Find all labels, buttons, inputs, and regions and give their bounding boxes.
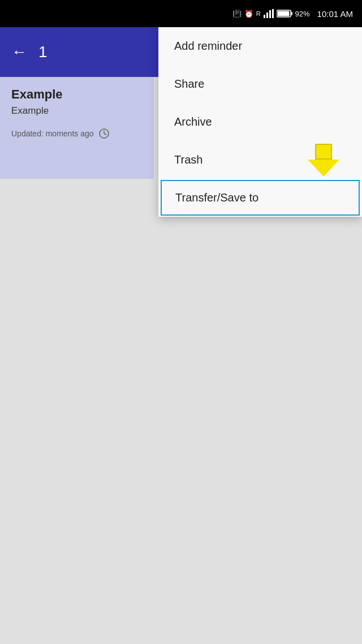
status-bar: 📳 ⏰ R 92% 10:01 AM (0, 0, 362, 27)
menu-item-share[interactable]: Share (158, 65, 362, 103)
battery-percent: 92% (295, 10, 310, 18)
menu-item-transfer-save[interactable]: Transfer/Save to (161, 180, 360, 216)
svg-line-9 (104, 134, 106, 135)
note-title: Example (11, 87, 143, 102)
menu-item-share-label: Share (174, 78, 204, 91)
menu-item-trash[interactable]: Trash (158, 141, 362, 179)
note-subtitle: Example (11, 105, 143, 117)
note-card[interactable]: Example Example Updated: moments ago (0, 77, 154, 179)
battery-icon (277, 10, 292, 18)
svg-rect-3 (272, 9, 274, 18)
status-icons: 📳 ⏰ R 92% 10:01 AM (232, 9, 353, 19)
svg-rect-1 (266, 12, 268, 18)
svg-rect-2 (269, 10, 271, 18)
menu-item-add-reminder-label: Add reminder (174, 40, 242, 53)
back-button[interactable]: ← (11, 43, 27, 61)
vibrate-icon: 📳 (232, 10, 242, 18)
signal-icon (264, 9, 274, 18)
dropdown-menu: Add reminder Share Archive Trash Transfe… (158, 27, 362, 217)
svg-rect-0 (264, 15, 265, 18)
status-time: 10:01 AM (317, 9, 353, 19)
note-updated-time: Updated: moments ago (11, 128, 143, 139)
menu-item-archive-label: Archive (174, 115, 212, 128)
svg-rect-6 (277, 11, 289, 16)
menu-item-add-reminder[interactable]: Add reminder (158, 27, 362, 65)
alarm-icon: ⏰ (244, 10, 253, 18)
menu-item-trash-label: Trash (174, 153, 202, 166)
menu-item-archive[interactable]: Archive (158, 103, 362, 141)
menu-item-transfer-save-label: Transfer/Save to (175, 191, 258, 204)
clock-icon (98, 128, 110, 139)
yellow-arrow-annotation (308, 144, 339, 177)
app-bar-title: 1 (38, 43, 48, 61)
signal-r-icon: R (256, 10, 261, 17)
svg-rect-5 (291, 12, 292, 15)
